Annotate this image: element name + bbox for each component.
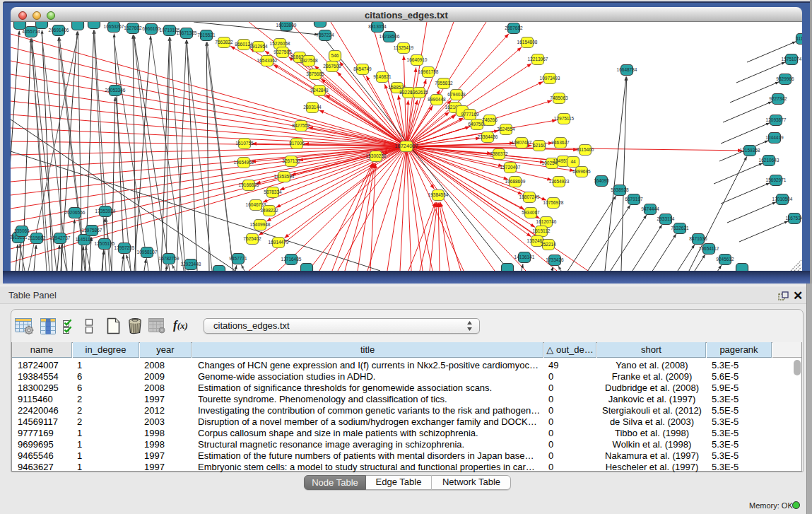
svg-text:1167534: 1167534	[786, 216, 802, 221]
svg-text:16648784: 16648784	[617, 67, 637, 72]
svg-text:7663822: 7663822	[215, 40, 233, 45]
svg-text:14136141: 14136141	[514, 255, 535, 259]
svg-text:16671385: 16671385	[177, 30, 197, 35]
svg-text:6966160: 6966160	[142, 26, 160, 31]
svg-text:12975115: 12975115	[554, 116, 575, 121]
svg-text:7357224: 7357224	[316, 33, 334, 37]
svg-text:164095: 164095	[594, 178, 609, 183]
svg-text:19384554: 19384554	[428, 192, 449, 197]
svg-text:8990448: 8990448	[428, 97, 446, 102]
svg-text:546: 546	[331, 53, 339, 58]
svg-text:15300235: 15300235	[366, 153, 387, 158]
svg-text:1615112: 1615112	[533, 228, 551, 233]
svg-text:19166825: 19166825	[239, 182, 259, 187]
svg-text:10653267: 10653267	[104, 24, 124, 29]
svg-text:1145119: 1145119	[76, 237, 93, 242]
svg-text:23364436: 23364436	[478, 134, 498, 139]
svg-text:15751074: 15751074	[782, 57, 802, 62]
svg-text:10973493: 10973493	[540, 76, 560, 81]
svg-text:16914479: 16914479	[269, 240, 289, 245]
svg-text:9463627: 9463627	[551, 140, 570, 145]
svg-text:3875685: 3875685	[306, 71, 324, 76]
svg-text:20691406: 20691406	[49, 28, 69, 33]
svg-text:5934067: 5934067	[522, 210, 540, 215]
svg-text:9115460: 9115460	[577, 147, 594, 152]
svg-text:1362615: 1362615	[410, 90, 428, 95]
svg-text:8813054: 8813054	[368, 24, 387, 29]
svg-text:1733426: 1733426	[546, 257, 564, 262]
svg-text:15692971: 15692971	[766, 177, 787, 182]
svg-text:16782759: 16782759	[159, 256, 180, 261]
svg-text:10958107: 10958107	[137, 250, 158, 255]
svg-text:8471636: 8471636	[689, 236, 707, 241]
svg-text:18724007: 18724007	[394, 143, 418, 149]
svg-text:9146821: 9146821	[373, 74, 392, 79]
svg-text:18807249: 18807249	[519, 194, 540, 199]
svg-text:16120746: 16120746	[536, 219, 557, 224]
svg-text:7515521: 7515521	[197, 33, 216, 37]
svg-text:14353594: 14353594	[274, 174, 295, 179]
svg-text:2687682: 2687682	[505, 25, 523, 30]
svg-text:9777169: 9777169	[461, 112, 479, 117]
svg-text:16961758: 16961758	[418, 69, 439, 74]
svg-text:1610755: 1610755	[235, 141, 254, 146]
svg-text:8454749: 8454749	[353, 66, 372, 71]
svg-text:17957255: 17957255	[114, 245, 135, 250]
svg-text:2803144: 2803144	[303, 105, 322, 110]
svg-text:9457771: 9457771	[229, 256, 247, 261]
svg-text:12505135: 12505135	[95, 241, 115, 246]
svg-text:12923448: 12923448	[181, 262, 201, 267]
svg-text:835061: 835061	[14, 228, 30, 233]
svg-text:7386372: 7386372	[490, 151, 508, 156]
svg-text:4055714: 4055714	[22, 29, 40, 34]
svg-text:44: 44	[570, 159, 576, 164]
svg-text:10756928: 10756928	[543, 200, 564, 205]
svg-text:11325419: 11325419	[394, 45, 414, 50]
svg-text:12942737: 12942737	[50, 235, 71, 240]
svg-text:7632621: 7632621	[671, 226, 689, 230]
svg-text:3267130: 3267130	[282, 158, 300, 163]
svg-text:5878334: 5878334	[264, 189, 282, 194]
svg-text:16154808: 16154808	[517, 40, 538, 45]
svg-text:1527602: 1527602	[124, 25, 142, 30]
svg-text:6679197: 6679197	[625, 197, 643, 201]
svg-text:5938928: 5938928	[611, 187, 629, 192]
svg-text:2933114: 2933114	[657, 216, 675, 221]
svg-text:16543362: 16543362	[257, 58, 278, 63]
svg-text:9242848: 9242848	[310, 88, 329, 93]
svg-text:6794028: 6794028	[447, 92, 466, 97]
svg-text:8427552: 8427552	[292, 123, 310, 128]
svg-text:9329966: 9329966	[776, 76, 794, 81]
svg-text:3498222: 3498222	[260, 208, 278, 213]
svg-text:817006: 817006	[289, 141, 305, 146]
svg-text:16033809: 16033809	[276, 23, 297, 28]
svg-text:9327508: 9327508	[300, 58, 318, 63]
svg-text:8912954: 8912954	[249, 44, 268, 49]
svg-text:10807487: 10807487	[512, 140, 532, 145]
svg-text:13716485: 13716485	[281, 257, 302, 262]
svg-text:20053346: 20053346	[105, 88, 126, 93]
svg-text:3624554: 3624554	[497, 127, 515, 132]
svg-text:2867608: 2867608	[323, 64, 341, 69]
svg-text:252214: 252214	[541, 242, 556, 247]
svg-text:9227342: 9227342	[769, 96, 787, 101]
svg-text:16046733: 16046733	[246, 202, 266, 207]
svg-text:15226058: 15226058	[270, 41, 290, 46]
svg-text:10688609: 10688609	[505, 179, 526, 184]
svg-text:17353934: 17353934	[95, 209, 116, 214]
svg-text:9327503: 9327503	[273, 49, 292, 54]
svg-text:15409948: 15409948	[250, 222, 271, 227]
svg-text:10654112: 10654112	[699, 246, 719, 251]
svg-text:12213967: 12213967	[528, 57, 548, 62]
svg-text:19218506: 19218506	[379, 34, 400, 39]
svg-text:2115682: 2115682	[28, 235, 46, 240]
svg-text:19654952: 19654952	[234, 160, 254, 165]
svg-text:7955812: 7955812	[435, 81, 453, 86]
svg-text:9474444: 9474444	[641, 206, 659, 211]
svg-text:13654923: 13654923	[549, 179, 570, 184]
svg-text:20206556: 20206556	[65, 210, 86, 215]
svg-text:7625402: 7625402	[243, 236, 261, 241]
svg-text:1244419: 1244419	[765, 135, 784, 140]
svg-text:12093877: 12093877	[766, 117, 787, 122]
svg-text:7485063: 7485063	[550, 95, 568, 100]
